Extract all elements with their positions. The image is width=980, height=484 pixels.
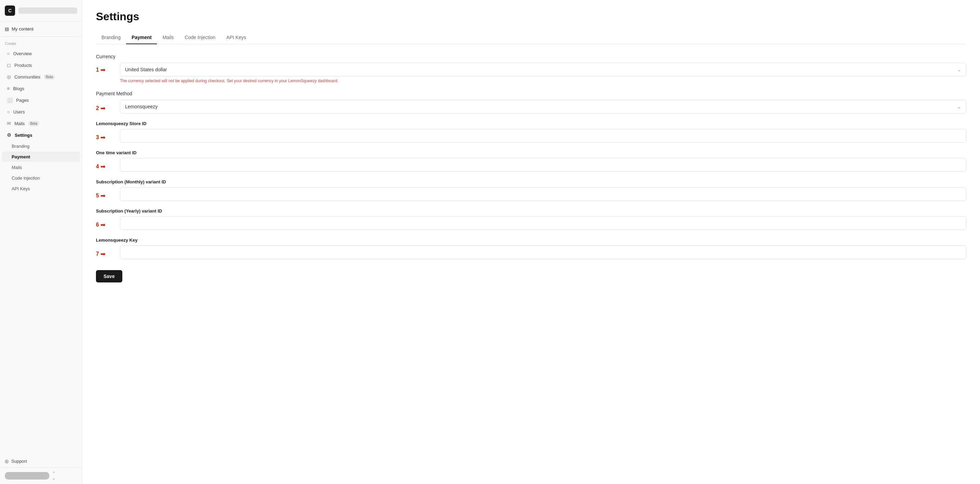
sidebar-item-my-content[interactable]: ▤ My content (0, 22, 82, 37)
currency-section: Currency 1 ➡ United States dollar Euro B… (96, 54, 966, 83)
overview-icon: ○ (7, 51, 10, 56)
annotation-7: 7 ➡ (96, 247, 116, 258)
one-time-variant-label: One time variant ID (96, 150, 966, 155)
pages-icon: ⬜ (7, 97, 13, 103)
annotation-3: 3 ➡ (96, 130, 116, 141)
sidebar-support[interactable]: ◎ Support (0, 455, 82, 467)
my-content-icon: ▤ (5, 26, 9, 32)
one-time-variant-input[interactable] (120, 158, 966, 172)
sidebar-bottom: ⌃⌄ (0, 467, 82, 484)
save-button[interactable]: Save (96, 270, 123, 282)
mails-icon: ✉ (7, 121, 11, 126)
main-content: Settings Branding Payment Mails Code Inj… (82, 0, 980, 484)
mails-badge: Beta (28, 121, 40, 126)
sidebar-item-overview[interactable]: ○ Overview (2, 48, 80, 59)
payment-method-select-wrapper: Lemonsqueezy Stripe PayPal ⌄ (120, 100, 966, 113)
sidebar-item-products[interactable]: ◻ Products (2, 60, 80, 71)
ls-key-label: Lemonsqueezy Key (96, 237, 966, 243)
tab-code-injection[interactable]: Code Injection (179, 31, 221, 44)
store-id-section: Lemonsqueezy Store ID 3 ➡ (96, 121, 966, 143)
currency-label: Currency (96, 54, 966, 59)
payment-method-select[interactable]: Lemonsqueezy Stripe PayPal (120, 100, 966, 113)
users-icon: ○ (7, 109, 10, 115)
workspace-selector[interactable] (19, 8, 77, 14)
products-icon: ◻ (7, 62, 11, 68)
settings-tabs: Branding Payment Mails Code Injection AP… (96, 31, 966, 44)
monthly-variant-label: Subscription (Monthly) variant ID (96, 179, 966, 185)
ls-key-field-block (120, 245, 966, 259)
workspace-chevron-icon[interactable]: ⌃⌄ (52, 471, 56, 481)
store-id-label: Lemonsqueezy Store ID (96, 121, 966, 126)
currency-select-wrapper: United States dollar Euro British Pound … (120, 63, 966, 76)
yearly-variant-label: Subscription (Yearly) variant ID (96, 209, 966, 213)
support-icon: ◎ (5, 459, 9, 464)
tab-payment[interactable]: Payment (126, 31, 157, 44)
settings-icon: ⚙ (7, 132, 11, 138)
sidebar-item-settings[interactable]: ⚙ Settings (2, 130, 80, 140)
store-id-field-block (120, 129, 966, 143)
sidebar-item-blogs[interactable]: ≡ Blogs (2, 83, 80, 94)
app-logo[interactable]: C (5, 5, 15, 16)
blogs-icon: ≡ (7, 86, 10, 91)
tab-mails[interactable]: Mails (157, 31, 179, 44)
payment-method-section: Payment Method 2 ➡ Lemonsqueezy Stripe P… (96, 91, 966, 113)
annotation-6: 6 ➡ (96, 218, 116, 229)
tab-branding[interactable]: Branding (96, 31, 126, 44)
yearly-variant-input[interactable] (120, 216, 966, 230)
annotation-5: 5 ➡ (96, 188, 116, 199)
sidebar-sub-mails[interactable]: Mails (2, 162, 80, 172)
sidebar-item-communities[interactable]: ◎ Communities Beta (2, 71, 80, 82)
tab-api-keys[interactable]: API Keys (221, 31, 252, 44)
sidebar-item-pages[interactable]: ⬜ Pages (2, 95, 80, 105)
sidebar-sub-api-keys[interactable]: API Keys (2, 184, 80, 194)
payment-method-field-block: Lemonsqueezy Stripe PayPal ⌄ (120, 100, 966, 113)
communities-badge: Beta (44, 74, 55, 80)
annotation-1: 1 ➡ (96, 63, 116, 74)
monthly-variant-input[interactable] (120, 187, 966, 201)
one-time-variant-section: One time variant ID 4 ➡ (96, 150, 966, 172)
sidebar-header: C (0, 0, 82, 22)
annotation-2: 2 ➡ (96, 101, 116, 112)
monthly-variant-field-block (120, 187, 966, 201)
ls-key-input[interactable] (120, 245, 966, 259)
sidebar: C ▤ My content Create ○ Overview ◻ Produ… (0, 0, 82, 484)
sidebar-sub-branding[interactable]: Branding (2, 141, 80, 151)
sidebar-item-users[interactable]: ○ Users (2, 106, 80, 117)
currency-field-block: United States dollar Euro British Pound … (120, 63, 966, 83)
communities-icon: ◎ (7, 74, 11, 80)
yearly-variant-field-block (120, 216, 966, 230)
page-title: Settings (96, 10, 966, 23)
create-section-label: Create (0, 37, 82, 48)
sidebar-sub-payment[interactable]: Payment (2, 152, 80, 162)
monthly-variant-section: Subscription (Monthly) variant ID 5 ➡ (96, 179, 966, 201)
currency-warning: The currency selected will not be applie… (120, 78, 966, 83)
sidebar-sub-code-injection[interactable]: Code injection (2, 173, 80, 183)
payment-method-label: Payment Method (96, 91, 966, 96)
one-time-variant-field-block (120, 158, 966, 172)
ls-key-section: Lemonsqueezy Key 7 ➡ (96, 237, 966, 259)
sidebar-item-mails[interactable]: ✉ Mails Beta (2, 118, 80, 129)
currency-select[interactable]: United States dollar Euro British Pound … (120, 63, 966, 76)
store-id-input[interactable] (120, 129, 966, 143)
workspace-name-bar (5, 472, 49, 479)
yearly-variant-section: Subscription (Yearly) variant ID 6 ➡ (96, 209, 966, 230)
annotation-4: 4 ➡ (96, 159, 116, 170)
